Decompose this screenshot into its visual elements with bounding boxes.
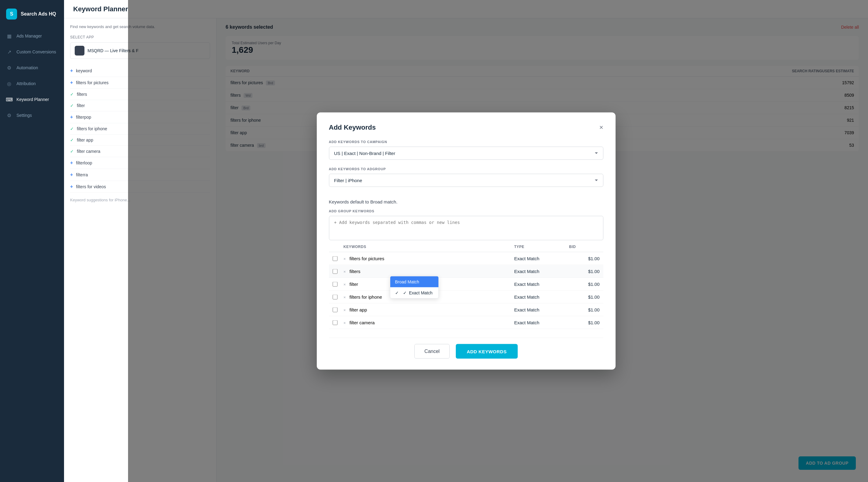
sidebar-item-label: Attribution [17, 81, 36, 86]
sidebar-item-label: Ads Manager [17, 34, 42, 38]
type-select[interactable]: Exact Match [514, 256, 569, 261]
type-option-broad[interactable]: Broad Match [390, 276, 438, 288]
modal-header: Add Keywords × [329, 124, 603, 131]
keyword-name: filterra [76, 172, 88, 177]
kw-row-name: × filters [344, 269, 514, 274]
app-icon [75, 46, 85, 56]
logo-icon: S [6, 8, 17, 20]
keyword-name: filters for pictures [76, 80, 108, 85]
sidebar-item-ads-manager[interactable]: ▦ Ads Manager [0, 28, 64, 44]
modal-keywords-table: Keywords Type Bid × filters for pictures… [329, 242, 603, 329]
keyword-name: filter [77, 103, 85, 108]
header-checkbox-col [333, 245, 344, 249]
modal-table-header: Keywords Type Bid [329, 242, 603, 252]
remove-keyword-icon[interactable]: × [344, 295, 346, 300]
remove-keyword-icon[interactable]: × [344, 321, 346, 325]
keyword-name: filters for videos [76, 184, 106, 189]
col-type: Type [514, 245, 569, 249]
col-keywords: Keywords [344, 245, 514, 249]
modal-table-row: × filters Exact Match $1.00 Broad Match … [329, 265, 603, 278]
add-keyword-icon[interactable]: + [70, 160, 73, 165]
check-icon: ✓ [70, 149, 74, 154]
check-icon: ✓ [70, 103, 74, 108]
type-dropdown: Broad Match ✓ Exact Match [390, 276, 439, 299]
modal-table-row: × filters for pictures Exact Match $1.00 [329, 252, 603, 265]
add-keywords-button[interactable]: ADD KEYWORDS [456, 344, 518, 359]
keyword-planner-icon: ⌨ [6, 96, 12, 102]
attribution-icon: ◎ [6, 81, 12, 87]
automation-icon: ⚙ [6, 65, 12, 71]
check-mark-icon: ✓ [403, 291, 407, 295]
remove-keyword-icon[interactable]: × [344, 308, 346, 312]
remove-keyword-icon[interactable]: × [344, 257, 346, 261]
ads-manager-icon: ▦ [6, 33, 12, 39]
type-select[interactable]: Exact Match [514, 281, 569, 287]
row-checkbox[interactable] [333, 269, 338, 274]
modal-close-button[interactable]: × [599, 124, 603, 131]
add-keywords-modal: Add Keywords × ADD KEYWORDS TO CAMPAIGN … [317, 113, 616, 370]
sidebar-item-keyword-planner[interactable]: ⌨ Keyword Planner [0, 92, 64, 108]
keyword-name: filterpop [76, 115, 91, 120]
add-keyword-icon[interactable]: + [70, 172, 73, 178]
sidebar-item-settings[interactable]: ⚙ Settings [0, 108, 64, 123]
type-select[interactable]: Exact Match [514, 307, 569, 312]
bid-amount: $1.00 [569, 307, 600, 312]
kw-row-name: × filters for pictures [344, 256, 514, 261]
page-title: Keyword Planner [73, 5, 128, 13]
adgroup-section-label: ADD KEYWORDS TO ADGROUP [329, 167, 603, 171]
type-select[interactable]: Exact Match [514, 294, 569, 300]
remove-keyword-icon[interactable]: × [344, 282, 346, 287]
default-match-text: Keywords default to Broad match. [329, 199, 603, 204]
bid-amount: $1.00 [569, 256, 600, 261]
keyword-name: filterloop [76, 160, 92, 165]
group-keywords-label: ADD GROUP KEYWORDS [329, 209, 603, 213]
check-icon: ✓ [70, 126, 74, 131]
sidebar-item-label: Keyword Planner [17, 97, 49, 102]
row-checkbox[interactable] [333, 307, 338, 312]
row-checkbox[interactable] [333, 294, 338, 299]
modal-table-row: × filter app Exact Match $1.00 [329, 304, 603, 317]
add-keyword-icon[interactable]: + [70, 184, 73, 189]
row-checkbox[interactable] [333, 281, 338, 287]
type-option-exact[interactable]: ✓ Exact Match [390, 288, 438, 298]
sidebar-item-attribution[interactable]: ◎ Attribution [0, 76, 64, 92]
keyword-name: filters [77, 92, 87, 97]
kw-row-name: × filter camera [344, 320, 514, 325]
remove-keyword-icon[interactable]: × [344, 269, 346, 274]
modal-footer: Cancel ADD KEYWORDS [329, 338, 603, 359]
add-keyword-icon[interactable]: + [70, 114, 73, 120]
sidebar-item-label: Settings [17, 113, 32, 118]
row-checkbox[interactable] [333, 256, 338, 261]
check-icon: ✓ [70, 138, 74, 143]
bid-amount: $1.00 [569, 281, 600, 287]
modal-table-row: × filter Exact Match $1.00 [329, 278, 603, 291]
keyword-name: filters for iphone [77, 126, 107, 131]
row-checkbox[interactable] [333, 320, 338, 325]
keyword-name: filter app [77, 138, 93, 143]
check-icon: ✓ [70, 92, 74, 97]
add-keyword-icon[interactable]: + [70, 80, 73, 85]
campaign-select[interactable]: US | Exact | Non-Brand | Filter [329, 147, 603, 160]
modal-table-row: × filters for iphone Exact Match $1.00 [329, 291, 603, 304]
bid-amount: $1.00 [569, 294, 600, 300]
sidebar-item-automation[interactable]: ⚙ Automation [0, 60, 64, 76]
type-select-active[interactable]: Exact Match [514, 269, 569, 274]
col-bid: Bid [569, 245, 600, 249]
type-select[interactable]: Exact Match [514, 320, 569, 325]
custom-conversions-icon: ↗ [6, 49, 12, 55]
logo-text: Search Ads HQ [21, 11, 56, 17]
add-keyword-icon[interactable]: + [70, 68, 73, 73]
settings-icon: ⚙ [6, 112, 12, 118]
sidebar-item-custom-conversions[interactable]: ↗ Custom Conversions [0, 44, 64, 60]
keyword-name: filter camera [77, 149, 100, 154]
adgroup-select[interactable]: Filter | iPhone [329, 174, 603, 187]
bid-amount: $1.00 [569, 320, 600, 325]
cancel-button[interactable]: Cancel [414, 344, 450, 359]
sidebar: S Search Ads HQ ▦ Ads Manager ↗ Custom C… [0, 0, 64, 482]
campaign-section-label: ADD KEYWORDS TO CAMPAIGN [329, 140, 603, 144]
sidebar-item-label: Automation [17, 65, 38, 70]
sidebar-item-label: Custom Conversions [17, 50, 56, 54]
modal-title: Add Keywords [329, 124, 376, 131]
keywords-textarea[interactable] [329, 216, 603, 240]
sidebar-nav: ▦ Ads Manager ↗ Custom Conversions ⚙ Aut… [0, 28, 64, 482]
